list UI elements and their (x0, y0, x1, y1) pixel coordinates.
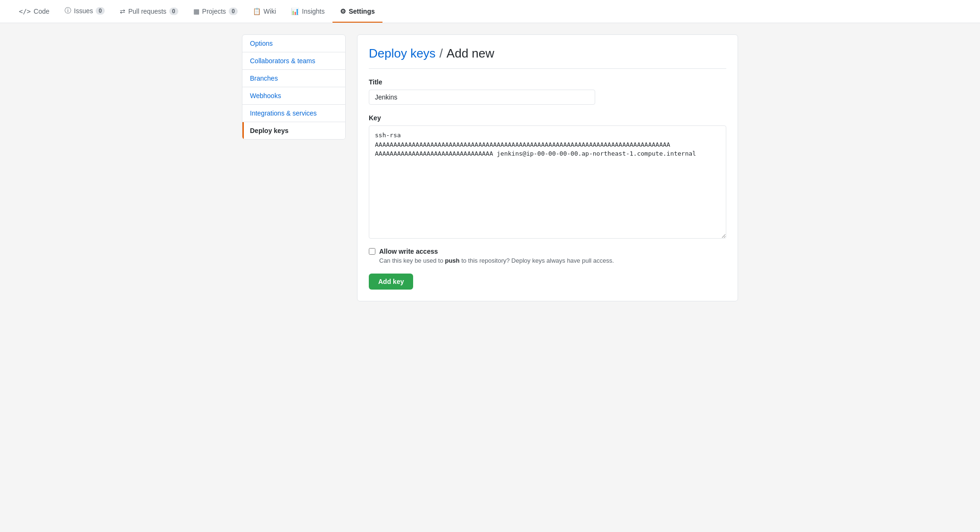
top-nav: </> Code ⓘ Issues 0 ⇄ Pull requests 0 ▦ … (0, 0, 980, 23)
write-access-checkbox[interactable] (369, 248, 375, 255)
write-access-text: Allow write access (379, 248, 438, 255)
breadcrumb-separator: / (440, 46, 443, 60)
sidebar-item-deploy-keys[interactable]: Deploy keys (242, 122, 345, 139)
projects-icon: ▦ (193, 8, 199, 15)
write-access-label[interactable]: Allow write access (369, 248, 726, 255)
tab-projects[interactable]: ▦ Projects 0 (186, 1, 245, 23)
write-access-description: Can this key be used to push to this rep… (379, 257, 726, 264)
tab-issues-label: Issues (74, 7, 93, 15)
page-heading: Deploy keys/Add new (369, 46, 726, 69)
tab-insights-label: Insights (302, 8, 324, 15)
title-label: Title (369, 78, 726, 86)
tab-wiki[interactable]: 📋 Wiki (245, 1, 283, 23)
breadcrumb-link[interactable]: Deploy keys (369, 46, 436, 60)
main-content: Deploy keys/Add new Title Key <span clas… (357, 34, 738, 301)
tab-pull-requests-label: Pull requests (128, 8, 166, 15)
insights-icon: 📊 (291, 8, 299, 15)
tab-settings[interactable]: ⚙ Settings (332, 1, 382, 23)
tab-issues[interactable]: ⓘ Issues 0 (57, 0, 112, 23)
projects-badge: 0 (229, 8, 238, 15)
sidebar-item-collaborators-teams[interactable]: Collaborators & teams (242, 52, 345, 70)
sidebar-item-integrations-services[interactable]: Integrations & services (242, 105, 345, 122)
tab-settings-label: Settings (349, 8, 375, 15)
pull-requests-icon: ⇄ (120, 8, 125, 15)
tab-pull-requests[interactable]: ⇄ Pull requests 0 (112, 1, 186, 23)
tab-insights[interactable]: 📊 Insights (283, 1, 332, 23)
key-form-group: Key <span class="ssh-rsa-text">ssh-rsa</… (369, 114, 726, 240)
page-subtitle: Add new (447, 46, 494, 60)
code-icon: </> (19, 8, 31, 15)
pull-requests-badge: 0 (169, 8, 178, 15)
tab-code-label: Code (33, 8, 49, 15)
title-input[interactable] (369, 90, 595, 105)
sidebar-item-webhooks[interactable]: Webhooks (242, 87, 345, 105)
settings-icon: ⚙ (340, 8, 346, 15)
key-label: Key (369, 114, 726, 122)
issues-icon: ⓘ (65, 7, 71, 15)
tab-projects-label: Projects (202, 8, 226, 15)
title-form-group: Title (369, 78, 726, 105)
key-textarea[interactable]: <span class="ssh-rsa-text">ssh-rsa</span… (369, 125, 726, 239)
add-key-button[interactable]: Add key (369, 274, 413, 290)
tab-wiki-label: Wiki (264, 8, 276, 15)
main-layout: Options Collaborators & teams Branches W… (231, 34, 749, 301)
sidebar-item-options[interactable]: Options (242, 35, 345, 52)
issues-badge: 0 (96, 7, 105, 15)
wiki-icon: 📋 (253, 8, 261, 15)
write-access-group: Allow write access Can this key be used … (369, 248, 726, 264)
sidebar: Options Collaborators & teams Branches W… (242, 34, 346, 140)
tab-code[interactable]: </> Code (11, 1, 57, 23)
sidebar-item-branches[interactable]: Branches (242, 70, 345, 87)
